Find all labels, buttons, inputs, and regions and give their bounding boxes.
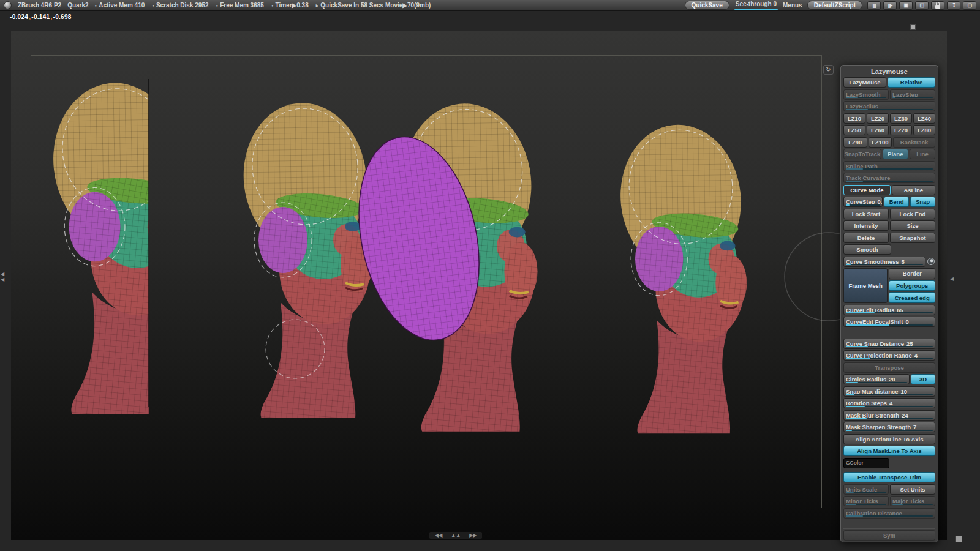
- lazymouse-palette: Lazymouse LazyMouseRelativeLazySmoothLaz…: [840, 65, 938, 542]
- button-align-actionline-to-axis[interactable]: Align ActionLine To Axis: [843, 434, 935, 444]
- button-set-units[interactable]: Set Units: [890, 484, 935, 495]
- palette-row: Frame MeshBorderPolygroupsCreased edg: [843, 268, 935, 303]
- button-lz90[interactable]: LZ90: [843, 137, 867, 148]
- right-tray-toggle-icon[interactable]: ◀: [950, 276, 954, 282]
- stat-scratch-disk-2952: ●Scratch Disk 2952: [152, 2, 208, 9]
- slider-track-curvature: Track Curvature: [843, 173, 935, 183]
- label: LZ100: [872, 139, 888, 146]
- label: LZ50: [848, 127, 861, 133]
- button-curve-mode[interactable]: Curve Mode: [843, 185, 891, 195]
- button-delete[interactable]: Delete: [843, 233, 889, 243]
- palette-row: CurveStep0..BendSnap: [843, 197, 935, 207]
- popout-window-icon[interactable]: ▢: [963, 1, 976, 10]
- button-border[interactable]: Border: [889, 268, 935, 279]
- swatch-gcolor[interactable]: GColor: [843, 458, 889, 468]
- button-lock-start[interactable]: Lock Start: [843, 209, 889, 219]
- slider-curve-projection-range[interactable]: Curve Projection Range4: [843, 350, 935, 361]
- slider-fill: [846, 204, 850, 206]
- button-snap[interactable]: Snap: [910, 197, 935, 207]
- dot-icon: ●: [152, 4, 154, 7]
- viewport[interactable]: [11, 31, 947, 540]
- restore-palette-icon[interactable]: ↻: [823, 65, 834, 75]
- button-frame-mesh[interactable]: Frame Mesh: [843, 268, 888, 303]
- slider-curve-smoothness[interactable]: Curve Smoothness5: [843, 257, 925, 267]
- scroll-right-icon[interactable]: ▶▶: [469, 533, 477, 538]
- palette-row: Sym: [843, 530, 935, 541]
- button-snapshot[interactable]: Snapshot: [890, 233, 935, 243]
- scroll-up-icon[interactable]: ▲▲: [451, 533, 461, 538]
- menus-label[interactable]: Menus: [783, 2, 802, 9]
- slider-curvestep[interactable]: CurveStep0..: [843, 197, 883, 207]
- slider-curve-snap-distance[interactable]: Curve Snap Distance25: [843, 339, 935, 349]
- button-lz20[interactable]: LZ20: [867, 113, 889, 124]
- curve-falloff-dial-icon[interactable]: [927, 257, 935, 267]
- slider-curveedit-radius[interactable]: CurveEdit Radius65: [843, 305, 935, 315]
- label: LazyMouse: [849, 79, 880, 86]
- mesh-head-2[interactable]: [236, 97, 374, 418]
- scroll-left-icon[interactable]: ◀◀: [435, 533, 442, 538]
- button-lock-end[interactable]: Lock End: [890, 209, 935, 219]
- slider-mask-sharpen-strength[interactable]: Mask Sharpen Strength7: [843, 422, 935, 432]
- copy-ui-icon[interactable]: ▣: [899, 1, 913, 10]
- store-config-icon[interactable]: ↧: [947, 1, 960, 10]
- button-lz50[interactable]: LZ50: [843, 125, 865, 135]
- button-bend[interactable]: Bend: [884, 197, 909, 207]
- lock-icon[interactable]: [931, 1, 944, 10]
- button-lz100[interactable]: LZ100: [869, 137, 892, 148]
- mesh-head-3[interactable]: [341, 97, 539, 432]
- button-lz30[interactable]: LZ30: [890, 113, 912, 124]
- slider-track: [846, 324, 933, 326]
- defaultzscript-button[interactable]: DefaultZScript: [807, 1, 862, 10]
- coord-x: -0.024: [10, 13, 31, 20]
- slider-track: [846, 264, 923, 265]
- button-3d[interactable]: 3D: [911, 374, 935, 384]
- canvas-corner-widget[interactable]: [910, 24, 916, 30]
- slider-mask-blur-strength[interactable]: Mask Blur Strength24: [843, 410, 935, 421]
- button-relative[interactable]: Relative: [888, 77, 935, 88]
- dial-glyph: [927, 258, 935, 265]
- see-through-slider[interactable]: See-through 0: [734, 1, 778, 10]
- button-polygroups[interactable]: Polygroups: [889, 280, 935, 291]
- ui-sliders-left-icon[interactable]: ||||: [867, 1, 881, 10]
- mesh-head-1[interactable]: [45, 77, 190, 414]
- quicksave-button[interactable]: QuickSave: [685, 1, 729, 10]
- button-lz10[interactable]: LZ10: [843, 113, 865, 124]
- button-lz70[interactable]: LZ70: [890, 125, 912, 135]
- palette-row: LazyRadius: [843, 101, 935, 111]
- button-creased-edg[interactable]: Creased edg: [889, 292, 935, 303]
- button-size[interactable]: Size: [890, 220, 935, 231]
- slider-rotation-steps[interactable]: Rotation Steps4: [843, 398, 935, 408]
- zbrush-logo-icon[interactable]: [4, 1, 12, 9]
- canvas-scroll-widget[interactable]: ◀◀▲▲▶▶: [429, 531, 483, 539]
- ui-sliders-right-icon[interactable]: |||▸: [883, 1, 897, 10]
- menu-project[interactable]: Quark2: [67, 2, 88, 9]
- resize-handle[interactable]: [956, 536, 962, 542]
- slider-snap-max-distance[interactable]: Snap Max distance10: [843, 386, 935, 397]
- button-lz60[interactable]: LZ60: [867, 125, 889, 135]
- topbar-stats: ●Active Mem 410●Scratch Disk 2952●Free M…: [95, 2, 431, 9]
- button-asline[interactable]: AsLine: [892, 185, 935, 195]
- dot-icon: ●: [216, 4, 219, 7]
- button-smooth[interactable]: Smooth: [843, 244, 891, 255]
- button-intensity[interactable]: Intensity: [843, 220, 889, 231]
- label: Line: [916, 151, 929, 157]
- button-enable-transpose-trim[interactable]: Enable Transpose Trim: [843, 472, 935, 482]
- button-lz80[interactable]: LZ80: [913, 125, 935, 135]
- slider-curveedit-focalshift[interactable]: CurveEdit FocalShift0: [843, 317, 935, 327]
- palette-row: LZ50LZ60LZ70LZ80: [843, 125, 935, 135]
- slider-fill: [846, 382, 858, 383]
- button-lz40[interactable]: LZ40: [913, 113, 935, 124]
- mesh-head-4[interactable]: [613, 119, 748, 433]
- paste-ui-icon[interactable]: ◫: [915, 1, 929, 10]
- button-lazymouse[interactable]: LazyMouse: [843, 77, 886, 88]
- left-tray-toggle-icon[interactable]: ◀◀: [1, 271, 4, 282]
- label: Size: [907, 222, 918, 229]
- palette-row: Lock StartLock End: [843, 209, 935, 219]
- slider-circles-radius[interactable]: Circles Radius20: [843, 374, 910, 384]
- label: LZ90: [848, 139, 862, 146]
- button-align-maskline-to-axis[interactable]: Align MaskLine To Axis: [843, 446, 935, 456]
- slider-fill: [846, 406, 865, 407]
- slider-fill: [846, 181, 863, 182]
- palette-row: GColor: [843, 458, 935, 468]
- slider-fill: [846, 394, 854, 395]
